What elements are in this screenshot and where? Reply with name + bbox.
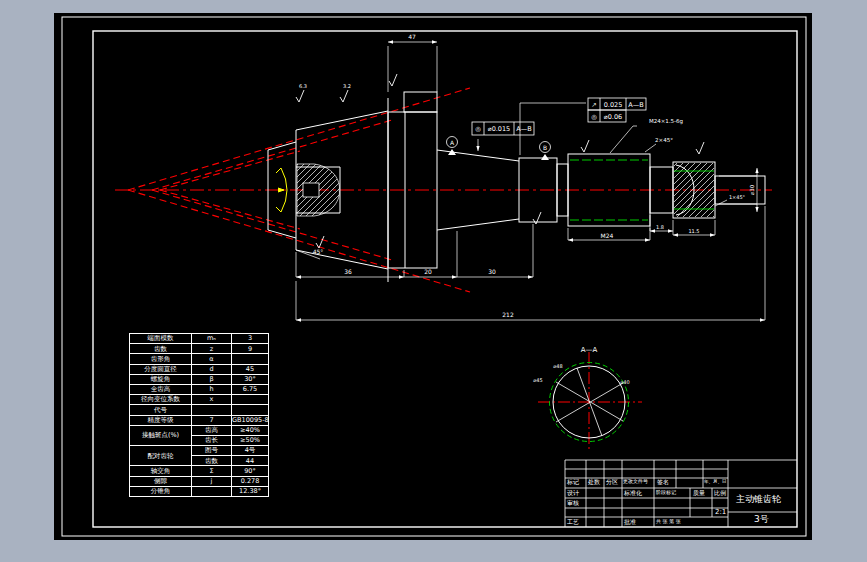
tb-change: 更改文件号: [623, 479, 648, 484]
dim-b: 20: [424, 268, 432, 275]
param-cell: [192, 405, 232, 415]
dim-top: 47: [408, 33, 416, 40]
param-cell: 径向变位系数: [130, 395, 192, 405]
param-cell: 30°: [232, 374, 269, 384]
tb-standard: 标准化: [624, 490, 642, 496]
fcf1-value: ⌀0.015: [488, 125, 511, 133]
param-cell: 螺旋角: [130, 374, 192, 384]
section-dim-1: ⌀48: [553, 363, 562, 369]
param-cell: d: [192, 364, 232, 374]
param-cell: 端面模数: [130, 334, 192, 344]
param-cell: 全齿高: [130, 384, 192, 394]
tb-count: 处数: [588, 479, 600, 485]
param-cell: 分锥角: [130, 486, 192, 496]
param-cell: 12.38°: [232, 486, 269, 496]
section-dim-2: ⌀45: [533, 377, 542, 383]
param-cell: Σ: [192, 466, 232, 476]
param-cell: 配对齿轮: [130, 446, 192, 466]
param-cell: 齿长: [192, 435, 232, 445]
tb-sheet-no: 3号: [754, 515, 769, 524]
param-cell: x: [192, 395, 232, 405]
param-cell: 90°: [232, 466, 269, 476]
chamfer-note: 2×45°: [655, 137, 673, 143]
fcf2-datum: A—B: [628, 101, 643, 109]
tb-design: 设计: [567, 490, 579, 496]
param-cell: α: [192, 354, 232, 364]
fcf1-datum: A—B: [516, 125, 531, 133]
section-title: A—A: [581, 346, 598, 354]
param-cell: 3: [232, 334, 269, 344]
cad-viewport: A B ◎ ⌀0.015 A—B ↗ 0.025 A—B ◎ ⌀0.06: [0, 0, 867, 562]
param-cell: mₙ: [192, 334, 232, 344]
fcf2-value: 0.025: [604, 101, 623, 109]
datum-b-label: B: [543, 144, 547, 151]
tb-approve: 批准: [624, 519, 636, 525]
param-cell: ≥50%: [232, 435, 269, 445]
angle-45: 45°: [313, 248, 324, 255]
tb-mark: 标记: [567, 479, 579, 485]
tb-stage: 阶段标记: [656, 490, 676, 495]
roughness-value-1: 6.3: [299, 83, 307, 89]
param-cell: [192, 486, 232, 496]
dim-a: 36: [344, 268, 352, 275]
dim-thread: M24: [601, 232, 614, 239]
tolerance-texts: ◎ ⌀0.015 A—B ↗ 0.025 A—B ◎ ⌀0.06: [475, 101, 644, 133]
param-cell: j: [192, 476, 232, 486]
param-cell: ≥40%: [232, 425, 269, 435]
dim-end-dia: ⌀30: [749, 184, 755, 195]
param-cell: z: [192, 344, 232, 354]
param-cell: [232, 405, 269, 415]
roughness-value-2: 3.2: [343, 83, 351, 89]
tb-process: 工艺: [567, 519, 579, 525]
dim-groove: 1.8: [656, 224, 664, 230]
datum-a-label: A: [450, 139, 455, 146]
param-cell: 44: [232, 456, 269, 466]
param-cell: 轴交角: [130, 466, 192, 476]
chamfer-note2: 1×45°: [729, 194, 746, 200]
param-cell: 代号: [130, 405, 192, 415]
tb-zone: 分区: [606, 479, 618, 485]
tb-check: 审核: [567, 500, 579, 506]
fcf3-symbol: ◎: [591, 113, 597, 121]
param-cell: GB10095-88: [232, 415, 269, 425]
fcf2-symbol: ↗: [591, 101, 596, 109]
param-cell: 6.75: [232, 384, 269, 394]
dim-c: 30: [488, 268, 496, 275]
param-cell: 4号: [232, 446, 269, 456]
param-cell: β: [192, 374, 232, 384]
tb-scale-label: 比例: [714, 490, 726, 496]
param-cell: 接触斑点(%): [130, 425, 192, 445]
tb-part-name: 主动锥齿轮: [736, 495, 781, 504]
section-dim-3: ⌀40: [620, 379, 629, 385]
tb-scale-value: 2:1: [715, 509, 726, 516]
param-cell: [232, 395, 269, 405]
tb-sheets: 共 张 第 张: [656, 519, 681, 524]
param-cell: 7: [192, 415, 232, 425]
param-cell: 齿高: [192, 425, 232, 435]
param-cell: 45: [232, 364, 269, 374]
fcf1-symbol: ◎: [475, 125, 481, 133]
datum-symbols: A B: [447, 137, 551, 161]
param-cell: 分度圆直径: [130, 364, 192, 374]
param-cell: 9: [232, 344, 269, 354]
dim-overall: 212: [502, 311, 514, 318]
dim-block: 11.5: [688, 228, 699, 234]
param-cell: 精度等级: [130, 415, 192, 425]
fcf3-value: ⌀0.06: [604, 113, 622, 121]
tb-weight: 质量: [693, 490, 705, 496]
param-cell: 侧隙: [130, 476, 192, 486]
param-cell: 齿数: [130, 344, 192, 354]
tb-sign: 签名: [657, 479, 669, 485]
param-cell: 齿形角: [130, 354, 192, 364]
param-cell: 齿数: [192, 456, 232, 466]
thread-note: M24×1.5-6g: [649, 118, 683, 125]
param-cell: [232, 354, 269, 364]
section-view: A—A ⌀48 ⌀45 ⌀40: [533, 346, 642, 452]
param-cell: 0.278: [232, 476, 269, 486]
param-cell: 图号: [192, 446, 232, 456]
gear-parameter-table: 端面模数mₙ3齿数z9齿形角α分度圆直径d45螺旋角β30°全齿高h6.75径向…: [129, 333, 269, 497]
param-cell: h: [192, 384, 232, 394]
tb-date: 年、月、日: [704, 480, 727, 485]
